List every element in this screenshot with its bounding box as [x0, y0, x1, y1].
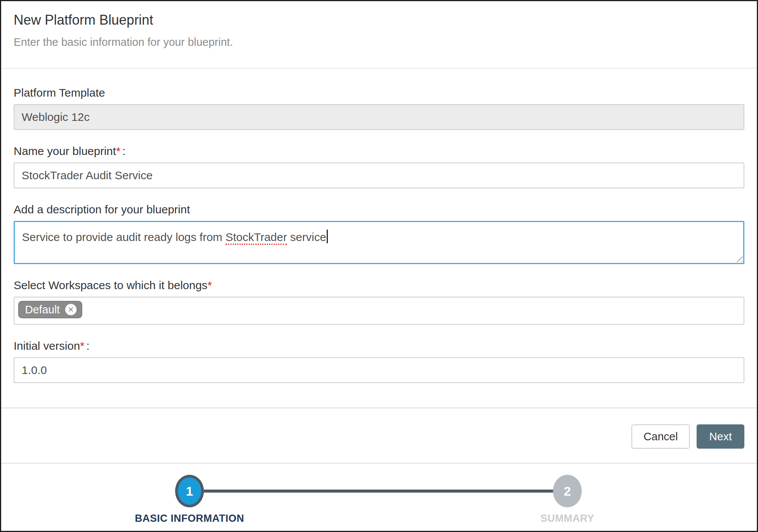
text-caret: [327, 230, 328, 243]
step-1-label: BASIC INFORMATION: [95, 513, 284, 524]
workspaces-label: Select Workspaces to which it belongs*: [14, 279, 744, 292]
next-button[interactable]: Next: [697, 424, 744, 449]
initial-version-input[interactable]: [14, 357, 744, 383]
blueprint-name-label-suffix: :: [122, 145, 125, 157]
action-bar: Cancel Next: [1, 408, 757, 464]
page-title: New Platform Blueprint: [14, 11, 744, 29]
platform-template-input: [14, 104, 744, 130]
workspace-tag: Default ✕: [18, 301, 82, 318]
workspace-tag-label: Default: [25, 304, 60, 316]
workspaces-select[interactable]: Default ✕: [14, 297, 744, 325]
step-1-indicator: 1: [175, 475, 204, 507]
blueprint-name-input[interactable]: [14, 163, 744, 188]
step-2-label: SUMMARY: [473, 513, 662, 524]
description-label: Add a description for your blueprint: [14, 203, 744, 216]
required-asterisk: *: [116, 145, 121, 157]
required-asterisk: *: [80, 340, 85, 352]
step-2-indicator: 2: [553, 475, 582, 507]
description-text-before: Service to provide audit ready logs from: [22, 231, 226, 243]
step-connector-line: [190, 490, 567, 493]
description-misspelled-word: StockTrader: [226, 231, 287, 245]
workspaces-label-text: Select Workspaces to which it belongs: [14, 279, 207, 291]
platform-template-label-text: Platform Template: [14, 86, 105, 99]
required-asterisk: *: [207, 279, 212, 291]
wizard-header: New Platform Blueprint Enter the basic i…: [1, 1, 757, 69]
initial-version-label: Initial version*:: [14, 339, 744, 353]
blueprint-name-label: Name your blueprint*:: [14, 144, 744, 158]
description-text-after: service: [287, 231, 326, 243]
resize-handle-icon[interactable]: [734, 254, 742, 262]
description-label-text: Add a description for your blueprint: [14, 203, 190, 216]
remove-tag-icon[interactable]: ✕: [65, 304, 77, 315]
platform-template-label: Platform Template: [14, 86, 744, 100]
initial-version-label-text: Initial version: [14, 340, 80, 352]
blueprint-name-label-text: Name your blueprint: [14, 145, 116, 157]
cancel-button[interactable]: Cancel: [631, 424, 690, 449]
page-subtitle: Enter the basic information for your blu…: [14, 36, 744, 49]
blueprint-form: Platform Template Name your blueprint*: …: [1, 69, 757, 408]
initial-version-label-suffix: :: [86, 340, 89, 352]
wizard-stepper: 1 2 BASIC INFORMATION SUMMARY: [1, 464, 757, 530]
description-textarea[interactable]: Service to provide audit ready logs from…: [14, 221, 744, 264]
